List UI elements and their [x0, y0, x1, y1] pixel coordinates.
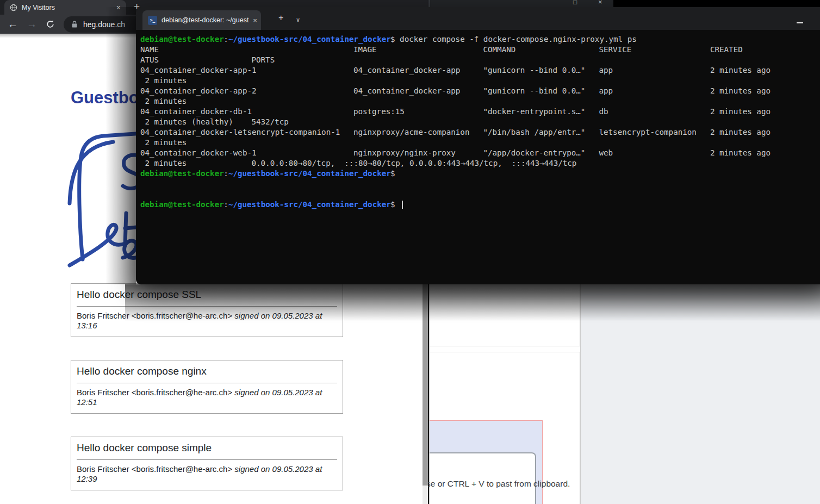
desktop: ∨ – □ × □ × se or CTRL + V to past from … — [0, 0, 820, 504]
terminal-line: 04_container_docker-app-104_container_do… — [140, 65, 820, 76]
signature-drawing — [60, 115, 147, 273]
terminal-tab-close-icon[interactable]: × — [253, 16, 257, 24]
url-text: heg.doue.ch — [83, 20, 125, 29]
browser-tab-title: My Visitors — [22, 4, 55, 11]
reload-icon[interactable] — [46, 20, 55, 29]
scrollbar-thumb[interactable] — [423, 284, 428, 486]
terminal-prompt-icon: >_ — [148, 16, 157, 25]
terminal-line: debian@test-docker:~/guestbook-src/04_co… — [140, 200, 820, 210]
entry-title: Hello docker compose nginx — [77, 365, 337, 377]
maximize-icon[interactable]: □ — [573, 0, 577, 6]
entry-author: Boris Fritscher <boris.fritscher@he-arc.… — [77, 388, 232, 397]
terminal-line: 04_container_docker-letsencrypt-companio… — [140, 127, 820, 138]
terminal-line: 04_container_docker-web-1nginxproxy/ngin… — [140, 148, 820, 158]
background-window-titlebar-strip-2: □ × — [430, 0, 613, 7]
entry-author: Boris Fritscher <boris.fritscher@he-arc.… — [77, 311, 232, 320]
terminal-line: 2 minutes — [140, 76, 820, 86]
entry-divider — [77, 383, 337, 383]
terminal-line: 04_container_docker-db-1postgres:15"dock… — [140, 107, 820, 117]
terminal-titlebar[interactable]: >_ debian@test-docker: ~/guest × + ∨ — [136, 7, 820, 30]
forward-icon[interactable]: → — [27, 19, 37, 29]
terminal-line: debian@test-docker:~/guestbook-src/04_co… — [140, 169, 820, 179]
terminal-minimize-icon[interactable] — [797, 22, 803, 23]
entry-byline: Boris Fritscher <boris.fritscher@he-arc.… — [77, 311, 337, 331]
clipboard-dropzone[interactable] — [430, 452, 536, 504]
terminal-line: 2 minutes (healthy)5432/tcp — [140, 117, 820, 127]
terminal-tab-title: debian@test-docker: ~/guest — [161, 16, 249, 24]
entry-title: Hello docker compose SSL — [77, 289, 337, 301]
terminal-tab[interactable]: >_ debian@test-docker: ~/guest × — [142, 10, 261, 30]
entry-divider — [77, 306, 337, 307]
lock-icon — [71, 21, 78, 28]
entry-title: Hello docker compose simple — [77, 442, 337, 454]
back-icon[interactable]: ← — [8, 19, 18, 29]
terminal-tab-dropdown-icon[interactable]: ∨ — [296, 15, 300, 24]
entry-byline: Boris Fritscher <boris.fritscher@he-arc.… — [77, 464, 337, 484]
terminal-line: 2 minutes — [140, 96, 820, 107]
entry-divider — [77, 459, 337, 460]
terminal-line: debian@test-docker:~/guestbook-src/04_co… — [140, 34, 820, 45]
entry-card: Hello docker compose simple Boris Fritsc… — [71, 437, 343, 490]
entry-byline: Boris Fritscher <boris.fritscher@he-arc.… — [77, 388, 337, 407]
terminal-line: ATUSPORTS — [140, 55, 820, 65]
clipboard-hint-text: se or CTRL + V to past from clipboard. — [426, 479, 589, 489]
terminal-new-tab-button[interactable]: + — [278, 14, 283, 22]
tab-close-icon[interactable]: × — [116, 4, 121, 11]
terminal-window: >_ debian@test-docker: ~/guest × + ∨ deb… — [136, 7, 820, 284]
terminal-line: 2 minutes0.0.0.0:80→80/tcp, :::80→80/tcp… — [140, 158, 820, 169]
terminal-line: 04_container_docker-app-204_container_do… — [140, 86, 820, 96]
entry-author: Boris Fritscher <boris.fritscher@he-arc.… — [77, 464, 232, 474]
terminal-line: 2 minutes — [140, 138, 820, 148]
entry-card: Hello docker compose SSL Boris Fritscher… — [71, 283, 343, 337]
entry-card: Hello docker compose nginx Boris Fritsch… — [71, 360, 343, 414]
terminal-cursor — [402, 201, 403, 209]
browser-tab[interactable]: My Visitors × — [4, 0, 126, 15]
close-icon[interactable]: × — [598, 0, 602, 6]
background-card — [430, 273, 580, 346]
globe-favicon-icon — [10, 4, 17, 11]
terminal-output[interactable]: debian@test-docker:~/guestbook-src/04_co… — [136, 30, 820, 284]
terminal-line: NAMEIMAGECOMMANDSERVICECREATED — [140, 45, 820, 55]
